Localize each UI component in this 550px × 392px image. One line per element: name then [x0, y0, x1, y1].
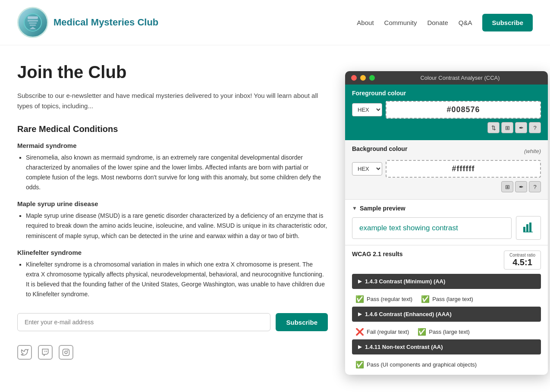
svg-rect-1: [28, 16, 38, 19]
cca-criterion-143-result-2-text: Pass (large text): [432, 296, 473, 302]
nav-donate[interactable]: Donate: [427, 19, 448, 26]
pass-icon-1: ✅: [355, 295, 364, 303]
cca-fg-sliders-button[interactable]: ⊞: [501, 122, 513, 133]
nav-subscribe-button[interactable]: Subscribe: [482, 14, 533, 31]
cca-titlebar: Colour Contrast Analyser (CCA): [345, 71, 548, 85]
pass-icon-4: ✅: [355, 361, 364, 369]
cca-criterion-143-result-1-text: Pass (regular text): [367, 296, 412, 302]
condition-1-list: Sirenomelia, also known as mermaid syndr…: [17, 153, 328, 192]
cca-fg-tools: ⇅ ⊞ ✒ ?: [352, 122, 541, 137]
svg-rect-3: [29, 22, 37, 24]
cca-bg-white-label: (white): [524, 148, 541, 154]
cca-criterion-146-results: ❌ Fail (regular text) ✅ Pass (large text…: [352, 324, 541, 339]
cca-criterion-1411-triangle-icon: ▶: [358, 344, 361, 350]
cca-criterion-146-triangle-icon: ▶: [358, 311, 361, 317]
intro-text: Subscribe to our e-newsletter and have m…: [17, 91, 328, 111]
condition-3-text: Klinefelter syndrome is a chromosomal va…: [26, 260, 328, 299]
svg-rect-7: [63, 349, 69, 356]
cca-preview-label: Sample preview: [360, 205, 405, 212]
svg-rect-12: [529, 223, 531, 232]
site-title: Medical Mysteries Club: [53, 17, 158, 28]
condition-2-title: Maple syrup urine disease: [17, 200, 328, 207]
svg-rect-2: [28, 20, 38, 22]
nav-about[interactable]: About: [357, 19, 374, 26]
cca-bg-input-row: HEX RGB HSL: [352, 160, 541, 178]
cca-criterion-143[interactable]: ▶ 1.4.3 Contrast (Minimum) (AA): [352, 274, 541, 289]
svg-point-8: [65, 351, 67, 354]
condition-1-text: Sirenomelia, also known as mermaid syndr…: [26, 153, 328, 192]
condition-3: Klinefelter syndrome Klinefelter syndrom…: [17, 249, 328, 299]
cca-fg-eyedropper-button[interactable]: ✒: [515, 122, 527, 133]
content-left: Join the Club Subscribe to our e-newslet…: [17, 63, 328, 375]
condition-3-title: Klinefelter syndrome: [17, 249, 328, 256]
cca-fg-input-row: HEX RGB HSL: [352, 101, 541, 119]
cca-contrast-label: Contrast ratio: [509, 253, 535, 257]
subscribe-row: Subscribe: [17, 313, 328, 331]
cca-criterion-1411[interactable]: ▶ 1.4.11 Non-text Contrast (AA): [352, 339, 541, 354]
cca-window-title: Colour Contrast Analyser (CCA): [378, 75, 542, 81]
condition-1-title: Mermaid syndrome: [17, 142, 328, 149]
condition-3-list: Klinefelter syndrome is a chromosomal va…: [17, 260, 328, 299]
email-input[interactable]: [17, 313, 270, 331]
cca-criterion-146[interactable]: ▶ 1.4.6 Contrast (Enhanced) (AAA): [352, 307, 541, 322]
pass-icon-3: ✅: [418, 328, 426, 336]
site-logo: [17, 7, 48, 38]
cca-bg-format-select[interactable]: HEX RGB HSL: [352, 162, 382, 176]
condition-2: Maple syrup urine disease Maple syrup ur…: [17, 200, 328, 241]
condition-2-list: Maple syrup urine disease (MSUD) is a ra…: [17, 211, 328, 241]
twitch-icon[interactable]: [38, 345, 53, 360]
cca-fg-help-button[interactable]: ?: [529, 122, 541, 133]
cca-fg-format-select[interactable]: HEX RGB HSL: [352, 103, 382, 116]
subscribe-button[interactable]: Subscribe: [276, 313, 328, 331]
cca-wcag-title: WCAG 2.1 results: [352, 251, 402, 257]
window-maximize-button[interactable]: [369, 75, 375, 81]
cca-window: Colour Contrast Analyser (CCA) Foregroun…: [345, 71, 548, 375]
cca-criterion-143-results: ✅ Pass (regular text) ✅ Pass (large text…: [352, 292, 541, 307]
condition-2-text: Maple syrup urine disease (MSUD) is a ra…: [26, 211, 328, 241]
cca-bg-eyedropper-button[interactable]: ✒: [515, 181, 527, 192]
cca-bg-value-input[interactable]: [386, 160, 541, 178]
window-close-button[interactable]: [351, 75, 357, 81]
nav-links: About Community Donate Q&A Subscribe: [357, 14, 533, 31]
logo-area: Medical Mysteries Club: [17, 7, 158, 38]
cca-criterion-1411-result-1-text: Pass (UI components and graphical object…: [367, 361, 477, 368]
cca-fg-value-input[interactable]: [386, 101, 541, 119]
cca-results-section: WCAG 2.1 results Contrast ratio 4.5:1 ▶ …: [345, 245, 548, 375]
cca-preview-triangle-icon: ▼: [352, 205, 357, 211]
nav-community[interactable]: Community: [384, 19, 417, 26]
cca-bg-tools: ⊞ ✒ ?: [352, 181, 541, 196]
cca-fg-swap-button[interactable]: ⇅: [487, 122, 500, 133]
cca-criterion-146-result-2-text: Pass (large text): [429, 329, 470, 335]
cca-bg-sliders-button[interactable]: ⊞: [501, 181, 513, 192]
cca-fg-label: Foreground colour: [352, 90, 541, 97]
cca-bg-section: Background colour (white) HEX RGB HSL ⊞ …: [345, 140, 548, 199]
cca-criterion-146-result-1-text: Fail (regular text): [367, 329, 409, 335]
cca-criterion-143-result-2: ✅ Pass (large text): [421, 295, 473, 303]
cca-preview-content: example text showing contrast: [352, 216, 541, 240]
cca-criterion-1411-results: ✅ Pass (UI components and graphical obje…: [352, 357, 541, 375]
cca-criterion-146-result-1: ❌ Fail (regular text): [355, 328, 409, 336]
cca-contrast-box: Contrast ratio 4.5:1: [504, 251, 541, 270]
main-content: Join the Club Subscribe to our e-newslet…: [0, 45, 550, 392]
cca-results-header: WCAG 2.1 results Contrast ratio 4.5:1: [352, 251, 541, 270]
cca-bg-help-button[interactable]: ?: [529, 181, 541, 192]
svg-point-9: [68, 351, 68, 351]
cca-criterion-143-triangle-icon: ▶: [358, 279, 361, 284]
instagram-icon[interactable]: [59, 345, 73, 360]
fail-icon-1: ❌: [355, 328, 364, 336]
twitter-icon[interactable]: [17, 345, 32, 360]
cca-sample-text: example text showing contrast: [352, 217, 512, 239]
section-title: Rare Medical Conditions: [17, 124, 328, 134]
condition-1: Mermaid syndrome Sirenomelia, also known…: [17, 142, 328, 192]
cca-criterion-143-result-1: ✅ Pass (regular text): [355, 295, 412, 303]
cca-bg-header: Background colour (white): [352, 145, 541, 157]
cca-fg-section: Foreground colour HEX RGB HSL ⇅ ⊞ ✒ ?: [345, 85, 548, 140]
cca-criterion-1411-label: 1.4.11 Non-text Contrast (AA): [365, 344, 443, 350]
cca-preview-section: ▼ Sample preview example text showing co…: [345, 199, 548, 245]
cca-criterion-1411-result-1: ✅ Pass (UI components and graphical obje…: [355, 361, 477, 369]
cca-contrast-value: 4.5:1: [509, 257, 535, 267]
cca-chart-button[interactable]: [516, 216, 541, 240]
window-minimize-button[interactable]: [360, 75, 366, 81]
nav-qa[interactable]: Q&A: [459, 19, 472, 26]
cca-criterion-143-label: 1.4.3 Contrast (Minimum) (AA): [365, 278, 445, 285]
